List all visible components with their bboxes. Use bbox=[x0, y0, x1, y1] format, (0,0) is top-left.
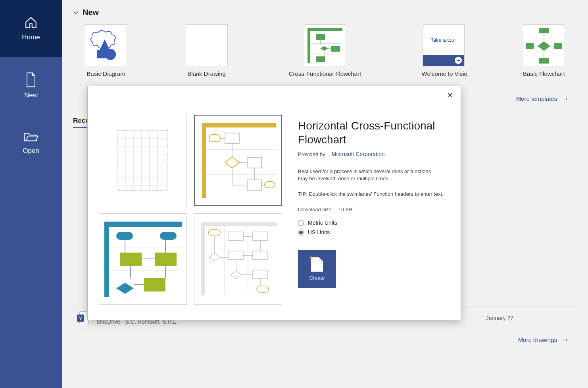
welcome-text: Take a tour bbox=[423, 25, 464, 55]
svg-rect-58 bbox=[253, 251, 268, 260]
template-label: Cross-Functional Flowchart bbox=[285, 70, 365, 77]
template-welcome-visio[interactable]: Take a tour ➜ Welcome to Visio bbox=[422, 24, 465, 77]
more-templates-link[interactable]: More templates → bbox=[516, 95, 569, 102]
svg-rect-50 bbox=[205, 222, 277, 226]
provided-by-name[interactable]: Microsoft Corporation bbox=[332, 151, 385, 157]
home-icon bbox=[24, 16, 38, 29]
svg-rect-40 bbox=[104, 227, 109, 297]
folder-open-icon bbox=[23, 131, 38, 143]
svg-marker-59 bbox=[231, 271, 242, 279]
template-basic-flowchart[interactable]: Basic Flowchart bbox=[522, 24, 566, 77]
more-drawings-link[interactable]: More drawings → bbox=[518, 336, 569, 344]
template-label: Basic Diagram bbox=[84, 70, 128, 77]
modal-title: Horizontal Cross-Functional Flowchart bbox=[298, 119, 445, 147]
svg-rect-15 bbox=[539, 58, 549, 64]
file-date: January 27 bbox=[486, 315, 573, 321]
svg-rect-29 bbox=[202, 123, 276, 127]
left-sidebar: Home New Open bbox=[0, 0, 62, 388]
close-button[interactable]: ✕ bbox=[445, 90, 455, 100]
radio-icon bbox=[298, 230, 304, 236]
more-drawings-label: More drawings bbox=[518, 336, 557, 343]
svg-rect-60 bbox=[253, 270, 268, 279]
variant-option-4[interactable] bbox=[194, 213, 282, 305]
sidebar-label-home: Home bbox=[22, 33, 40, 41]
template-thumb: Take a tour ➜ bbox=[423, 24, 465, 66]
svg-marker-47 bbox=[116, 283, 134, 294]
variant-grid bbox=[88, 86, 290, 320]
svg-rect-44 bbox=[160, 232, 177, 240]
svg-rect-55 bbox=[253, 232, 268, 241]
svg-rect-13 bbox=[554, 43, 562, 49]
svg-rect-7 bbox=[316, 34, 325, 40]
svg-rect-10 bbox=[316, 56, 325, 62]
svg-marker-56 bbox=[209, 253, 220, 261]
arrow-circle-icon: ➜ bbox=[455, 57, 462, 64]
template-details-modal: ✕ bbox=[87, 86, 461, 320]
template-cross-functional[interactable]: Cross-Functional Flowchart bbox=[285, 24, 365, 77]
section-title-new: New bbox=[83, 8, 99, 17]
radio-label-metric: Metric Units bbox=[308, 220, 337, 226]
svg-rect-4 bbox=[307, 31, 310, 63]
template-thumb bbox=[186, 24, 228, 66]
svg-rect-61 bbox=[257, 286, 269, 292]
svg-rect-57 bbox=[228, 251, 243, 260]
create-label: Create bbox=[309, 275, 325, 281]
svg-rect-14 bbox=[526, 43, 534, 49]
sidebar-item-new[interactable]: New bbox=[0, 57, 62, 114]
svg-point-2 bbox=[105, 49, 116, 60]
sidebar-item-open[interactable]: Open bbox=[0, 114, 62, 172]
svg-marker-12 bbox=[538, 41, 550, 51]
variant-option-2[interactable] bbox=[194, 115, 282, 206]
arrow-right-icon: → bbox=[561, 95, 569, 102]
svg-rect-37 bbox=[247, 180, 261, 190]
variant-option-1[interactable] bbox=[99, 115, 187, 206]
modal-description: Best used for a process in which several… bbox=[298, 168, 433, 182]
svg-rect-48 bbox=[144, 278, 165, 291]
new-section-header[interactable]: New bbox=[73, 8, 577, 17]
more-templates-label: More templates bbox=[516, 95, 557, 102]
svg-rect-45 bbox=[120, 253, 142, 266]
download-size-value: 19 KB bbox=[338, 207, 352, 212]
svg-marker-8 bbox=[320, 46, 328, 51]
template-thumb bbox=[85, 24, 127, 66]
svg-rect-39 bbox=[104, 222, 182, 227]
radio-metric-units[interactable]: Metric Units bbox=[298, 220, 445, 226]
svg-rect-43 bbox=[116, 232, 133, 240]
create-button[interactable]: Create bbox=[298, 250, 336, 288]
new-document-icon bbox=[311, 257, 323, 272]
radio-label-us: US Units bbox=[308, 229, 330, 236]
modal-tip: TIP: Double-click the swimlanes' Functio… bbox=[298, 191, 445, 197]
svg-rect-16 bbox=[118, 130, 168, 191]
svg-rect-34 bbox=[225, 133, 239, 143]
arrow-right-icon: → bbox=[561, 336, 569, 344]
radio-icon bbox=[298, 220, 304, 226]
svg-rect-53 bbox=[208, 230, 220, 236]
svg-rect-36 bbox=[247, 158, 261, 168]
modal-details: Horizontal Cross-Functional Flowchart Pr… bbox=[290, 86, 461, 320]
template-thumb bbox=[523, 24, 565, 66]
download-size-label: Download size: bbox=[298, 207, 333, 212]
svg-rect-30 bbox=[202, 127, 206, 198]
variant-option-3[interactable] bbox=[99, 213, 187, 305]
svg-rect-11 bbox=[539, 28, 549, 33]
provided-by-label: Provided by: bbox=[298, 151, 327, 157]
svg-rect-54 bbox=[228, 232, 243, 241]
svg-rect-49 bbox=[201, 222, 205, 295]
sidebar-label-open: Open bbox=[23, 147, 39, 155]
units-radio-group: Metric Units US Units bbox=[298, 220, 445, 236]
svg-rect-46 bbox=[155, 253, 177, 266]
template-thumb bbox=[304, 24, 346, 66]
svg-rect-33 bbox=[209, 135, 220, 142]
template-label: Blank Drawing bbox=[185, 70, 229, 77]
radio-us-units[interactable]: US Units bbox=[298, 229, 445, 236]
template-label: Basic Flowchart bbox=[522, 70, 566, 77]
svg-rect-38 bbox=[265, 181, 275, 188]
templates-row: Basic Diagram Blank Drawing bbox=[73, 24, 577, 77]
sidebar-item-home[interactable]: Home bbox=[0, 0, 62, 57]
sidebar-label-new: New bbox=[24, 91, 38, 99]
chevron-down-icon bbox=[73, 10, 79, 15]
template-basic-diagram[interactable]: Basic Diagram bbox=[84, 24, 128, 77]
svg-rect-1 bbox=[97, 50, 106, 58]
template-label: Welcome to Visio bbox=[422, 70, 465, 77]
template-blank-drawing[interactable]: Blank Drawing bbox=[185, 24, 229, 77]
